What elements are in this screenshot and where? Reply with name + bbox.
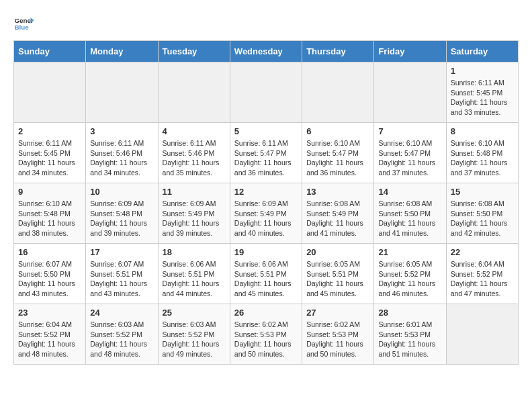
- day-info: Sunrise: 6:11 AM Sunset: 5:46 PM Dayligh…: [163, 138, 226, 178]
- calendar-cell: [158, 62, 230, 123]
- day-number: 5: [234, 126, 298, 136]
- calendar-cell: [446, 304, 518, 365]
- day-number: 24: [90, 308, 153, 318]
- day-number: 1: [451, 66, 514, 76]
- day-number: 13: [306, 187, 369, 197]
- day-number: 14: [378, 187, 441, 197]
- day-number: 17: [90, 247, 153, 257]
- day-number: 9: [18, 187, 81, 197]
- day-info: Sunrise: 6:10 AM Sunset: 5:48 PM Dayligh…: [451, 138, 514, 178]
- calendar-cell: 20Sunrise: 6:05 AM Sunset: 5:51 PM Dayli…: [302, 244, 374, 304]
- calendar-cell: 12Sunrise: 6:09 AM Sunset: 5:49 PM Dayli…: [230, 183, 302, 244]
- day-info: Sunrise: 6:04 AM Sunset: 5:52 PM Dayligh…: [451, 259, 514, 299]
- calendar-cell: 24Sunrise: 6:03 AM Sunset: 5:52 PM Dayli…: [86, 304, 158, 365]
- day-number: 19: [234, 247, 298, 257]
- col-header-wednesday: Wednesday: [230, 41, 302, 62]
- day-number: 16: [18, 247, 81, 257]
- calendar-cell: 26Sunrise: 6:02 AM Sunset: 5:53 PM Dayli…: [230, 304, 302, 365]
- calendar-cell: 10Sunrise: 6:09 AM Sunset: 5:48 PM Dayli…: [86, 183, 158, 244]
- day-info: Sunrise: 6:07 AM Sunset: 5:51 PM Dayligh…: [90, 259, 153, 299]
- logo: General Blue: [13, 13, 34, 34]
- calendar-cell: [14, 62, 86, 123]
- calendar-cell: 8Sunrise: 6:10 AM Sunset: 5:48 PM Daylig…: [446, 123, 518, 183]
- calendar-cell: 6Sunrise: 6:10 AM Sunset: 5:47 PM Daylig…: [302, 123, 374, 183]
- day-number: 26: [234, 308, 298, 318]
- calendar-header-row: SundayMondayTuesdayWednesdayThursdayFrid…: [14, 41, 519, 62]
- calendar-cell: 11Sunrise: 6:09 AM Sunset: 5:49 PM Dayli…: [158, 183, 230, 244]
- calendar-cell: 18Sunrise: 6:06 AM Sunset: 5:51 PM Dayli…: [158, 244, 230, 304]
- calendar-cell: 13Sunrise: 6:08 AM Sunset: 5:49 PM Dayli…: [302, 183, 374, 244]
- col-header-friday: Friday: [374, 41, 446, 62]
- calendar-cell: 14Sunrise: 6:08 AM Sunset: 5:50 PM Dayli…: [374, 183, 446, 244]
- day-number: 15: [451, 187, 514, 197]
- day-info: Sunrise: 6:08 AM Sunset: 5:49 PM Dayligh…: [306, 199, 369, 238]
- day-info: Sunrise: 6:08 AM Sunset: 5:50 PM Dayligh…: [451, 199, 514, 238]
- calendar-cell: 3Sunrise: 6:11 AM Sunset: 5:46 PM Daylig…: [86, 123, 158, 183]
- calendar-cell: 4Sunrise: 6:11 AM Sunset: 5:46 PM Daylig…: [158, 123, 230, 183]
- day-info: Sunrise: 6:02 AM Sunset: 5:53 PM Dayligh…: [234, 320, 298, 359]
- col-header-saturday: Saturday: [446, 41, 518, 62]
- calendar-week-5: 23Sunrise: 6:04 AM Sunset: 5:52 PM Dayli…: [14, 304, 519, 365]
- calendar-week-3: 9Sunrise: 6:10 AM Sunset: 5:48 PM Daylig…: [14, 183, 519, 244]
- day-info: Sunrise: 6:09 AM Sunset: 5:48 PM Dayligh…: [90, 199, 153, 238]
- day-info: Sunrise: 6:11 AM Sunset: 5:45 PM Dayligh…: [451, 78, 514, 118]
- day-number: 21: [378, 247, 441, 257]
- day-number: 6: [306, 126, 369, 136]
- day-info: Sunrise: 6:05 AM Sunset: 5:52 PM Dayligh…: [378, 259, 441, 299]
- calendar-week-1: 1Sunrise: 6:11 AM Sunset: 5:45 PM Daylig…: [14, 62, 519, 123]
- calendar-cell: 16Sunrise: 6:07 AM Sunset: 5:50 PM Dayli…: [14, 244, 86, 304]
- day-number: 20: [306, 247, 369, 257]
- day-info: Sunrise: 6:03 AM Sunset: 5:52 PM Dayligh…: [90, 320, 153, 359]
- calendar-week-4: 16Sunrise: 6:07 AM Sunset: 5:50 PM Dayli…: [14, 244, 519, 304]
- day-info: Sunrise: 6:06 AM Sunset: 5:51 PM Dayligh…: [234, 259, 298, 299]
- day-info: Sunrise: 6:11 AM Sunset: 5:45 PM Dayligh…: [18, 138, 81, 178]
- day-info: Sunrise: 6:07 AM Sunset: 5:50 PM Dayligh…: [18, 259, 81, 299]
- day-number: 3: [90, 126, 153, 136]
- day-number: 7: [378, 126, 441, 136]
- day-number: 25: [163, 308, 226, 318]
- calendar-cell: [302, 62, 374, 123]
- col-header-monday: Monday: [86, 41, 158, 62]
- calendar-cell: [230, 62, 302, 123]
- calendar-cell: 9Sunrise: 6:10 AM Sunset: 5:48 PM Daylig…: [14, 183, 86, 244]
- day-number: 10: [90, 187, 153, 197]
- day-number: 4: [163, 126, 226, 136]
- svg-text:Blue: Blue: [15, 24, 30, 31]
- calendar-cell: 21Sunrise: 6:05 AM Sunset: 5:52 PM Dayli…: [374, 244, 446, 304]
- calendar-cell: 2Sunrise: 6:11 AM Sunset: 5:45 PM Daylig…: [14, 123, 86, 183]
- day-info: Sunrise: 6:04 AM Sunset: 5:52 PM Dayligh…: [18, 320, 81, 359]
- calendar-cell: [86, 62, 158, 123]
- logo-icon: General Blue: [13, 13, 34, 34]
- calendar-cell: 1Sunrise: 6:11 AM Sunset: 5:45 PM Daylig…: [446, 62, 518, 123]
- calendar-cell: 28Sunrise: 6:01 AM Sunset: 5:53 PM Dayli…: [374, 304, 446, 365]
- day-number: 12: [234, 187, 298, 197]
- calendar-table: SundayMondayTuesdayWednesdayThursdayFrid…: [13, 40, 519, 365]
- day-number: 22: [451, 247, 514, 257]
- calendar-cell: 17Sunrise: 6:07 AM Sunset: 5:51 PM Dayli…: [86, 244, 158, 304]
- col-header-sunday: Sunday: [14, 41, 86, 62]
- day-number: 23: [18, 308, 81, 318]
- calendar-cell: [374, 62, 446, 123]
- day-number: 27: [306, 308, 369, 318]
- day-info: Sunrise: 6:10 AM Sunset: 5:48 PM Dayligh…: [18, 199, 81, 238]
- day-number: 2: [18, 126, 81, 136]
- day-info: Sunrise: 6:10 AM Sunset: 5:47 PM Dayligh…: [306, 138, 369, 178]
- calendar-cell: 27Sunrise: 6:02 AM Sunset: 5:53 PM Dayli…: [302, 304, 374, 365]
- calendar-week-2: 2Sunrise: 6:11 AM Sunset: 5:45 PM Daylig…: [14, 123, 519, 183]
- calendar-cell: 15Sunrise: 6:08 AM Sunset: 5:50 PM Dayli…: [446, 183, 518, 244]
- day-info: Sunrise: 6:09 AM Sunset: 5:49 PM Dayligh…: [234, 199, 298, 238]
- day-number: 8: [451, 126, 514, 136]
- calendar-cell: 7Sunrise: 6:10 AM Sunset: 5:47 PM Daylig…: [374, 123, 446, 183]
- day-info: Sunrise: 6:06 AM Sunset: 5:51 PM Dayligh…: [163, 259, 226, 299]
- day-info: Sunrise: 6:09 AM Sunset: 5:49 PM Dayligh…: [163, 199, 226, 238]
- calendar-cell: 23Sunrise: 6:04 AM Sunset: 5:52 PM Dayli…: [14, 304, 86, 365]
- day-info: Sunrise: 6:02 AM Sunset: 5:53 PM Dayligh…: [306, 320, 369, 359]
- calendar-cell: 22Sunrise: 6:04 AM Sunset: 5:52 PM Dayli…: [446, 244, 518, 304]
- day-info: Sunrise: 6:11 AM Sunset: 5:47 PM Dayligh…: [234, 138, 298, 178]
- day-info: Sunrise: 6:01 AM Sunset: 5:53 PM Dayligh…: [378, 320, 441, 359]
- day-info: Sunrise: 6:03 AM Sunset: 5:52 PM Dayligh…: [163, 320, 226, 359]
- day-info: Sunrise: 6:10 AM Sunset: 5:47 PM Dayligh…: [378, 138, 441, 178]
- day-number: 28: [378, 308, 441, 318]
- day-number: 18: [163, 247, 226, 257]
- day-info: Sunrise: 6:05 AM Sunset: 5:51 PM Dayligh…: [306, 259, 369, 299]
